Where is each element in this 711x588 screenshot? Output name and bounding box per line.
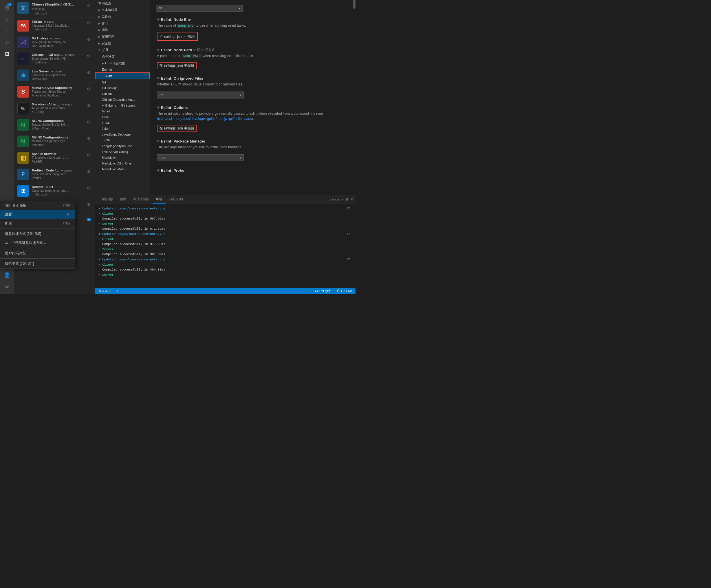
ctx-command-palette[interactable]: 2 命令面板… ⇧⌘P [0, 201, 75, 210]
options-link[interactable]: https://eslint.org/docs/developer-guide/… [157, 117, 252, 121]
tab-gitlens[interactable]: GITLENS [166, 196, 187, 203]
node-env-gear-icon[interactable]: ⚙ [157, 18, 160, 21]
ext-item-stylus[interactable]: S Manta's Stylus Supremacy Format your S… [14, 84, 95, 100]
term-split-icon[interactable]: ⊟ [346, 197, 348, 201]
tree-item-github-ent[interactable]: GitHub Enterprise Au… [95, 97, 150, 103]
status-sync[interactable]: ↕ [115, 289, 120, 293]
ext-item-open-browser[interactable]: ◧ open in browser This allows you to ope… [14, 150, 95, 166]
ctx-color-theme[interactable]: 颜色主题 [⌘K ⌘T] [0, 259, 75, 268]
tree-item-js-debugger[interactable]: JavaScript Debugger [95, 131, 150, 137]
ignored-select[interactable]: off warn error [157, 91, 244, 99]
tree-item-git[interactable]: Git [95, 79, 150, 85]
ctx-snippets[interactable]: 用户代码片段 [0, 249, 75, 258]
ext-gear-nginx2-icon[interactable]: ⚙ [86, 135, 91, 141]
tree-item-eslint[interactable]: ESLint [95, 72, 150, 79]
probe-gear-icon[interactable]: ⚙ [157, 169, 160, 172]
activity-debug[interactable]: ▷ [2, 37, 12, 47]
tab-problems[interactable]: 问题 2 [97, 195, 116, 204]
ignored-gear-icon[interactable]: ⚙ [157, 77, 160, 80]
ext-item-gitlens[interactable]: GL GitLens — Git sup… ⟳ 53ms Supercharge… [14, 51, 95, 67]
status-errors[interactable]: ✕ 0 ⚠ 2 [97, 289, 112, 293]
scroll-select[interactable]: on off [156, 5, 243, 12]
tree-item-html[interactable]: HTML [95, 120, 150, 126]
options-gear-icon[interactable]: ⚙ [157, 106, 160, 109]
ext-item-prettier[interactable]: P Prettier - Code f… ⟳ 129ms Code format… [14, 166, 95, 183]
term-node-label: ▷ node [329, 197, 339, 201]
ext-gear-git-history-icon[interactable]: ⚙ [86, 37, 91, 42]
tree-item-markdown-math[interactable]: Markdown Math [95, 166, 150, 172]
activity-explorer[interactable]: ⎘ 25 [2, 2, 12, 13]
ext-gear-gitlens-icon[interactable]: ⚙ [86, 53, 91, 59]
status-go-live[interactable]: ⚡ Go Live [335, 289, 353, 293]
ext-gear-icon[interactable]: ⚙ [86, 2, 91, 8]
tree-item-workbench[interactable]: ▶ 工作台 [95, 13, 150, 20]
tree-item-live-server-config[interactable]: Live Server Config [95, 149, 150, 155]
tree-item-gulp[interactable]: Gulp [95, 114, 150, 120]
ext-gear-open-browser-icon[interactable]: ⚙ [86, 152, 91, 158]
ext-gear-nginx-icon[interactable]: ⚙ [86, 119, 91, 125]
tree-item-merge[interactable]: 合并冲突 [95, 53, 150, 60]
tab-terminal[interactable]: 终端 [153, 195, 166, 204]
pkg-title: Eslint: Package Manager [161, 139, 205, 143]
tree-item-markdown-tree[interactable]: Markdown [95, 155, 150, 161]
ext-shortcut: ⇧⌘X [63, 222, 70, 225]
node-path-gear-icon[interactable]: ⚙ [157, 48, 160, 52]
ext-item-live-server[interactable]: ⊕ Live Server ⟳ 272ms Launch a developme… [14, 67, 95, 84]
term-line: ● Updated pages/course-contents.vue 17: [99, 232, 352, 237]
ext-gear-stylus-icon[interactable]: ⚙ [86, 86, 91, 92]
ctx-extensions[interactable]: 扩展 ⇧⌘X [0, 219, 75, 228]
ctx-keybindings[interactable]: 键盘快捷方式 [⌘K ⌘S] [0, 229, 75, 238]
tab-output[interactable]: 输出 [116, 195, 130, 204]
ext-gear-remote-ssh-icon[interactable]: ⚙ [86, 185, 91, 191]
activity-search[interactable]: ⌕ [2, 14, 12, 24]
cmd-shortcut: ⇧⌘P [63, 204, 70, 207]
ext-info-markdown: Markdown All in … ⟳ 50ms All you need to… [32, 103, 83, 113]
ctx-migrate-keybindings[interactable]: 从 - 中迁移键盘快捷方式… [0, 238, 75, 247]
ext-item-remote-ssh[interactable]: ⊞ Remote - SSH Open any folder on a remo… [14, 183, 95, 199]
tree-item-css[interactable]: ▶ CSS 语言功能 [95, 60, 150, 67]
tree-item-github[interactable]: GitHub [95, 91, 150, 97]
tree-item-language-stylus[interactable]: Language Stylus Con… [95, 143, 150, 149]
pkg-select[interactable]: npm yarn pnpm [157, 154, 244, 161]
ext-item-nginx[interactable]: N NGINX Configuration Syntax highlightin… [14, 117, 95, 133]
tree-item-text-editor[interactable]: ▶ 文本编辑器 [95, 7, 150, 13]
tree-item-grunt[interactable]: Grunt [95, 108, 150, 114]
status-csdn[interactable]: CSDN @务 [314, 289, 332, 293]
pkg-gear-icon[interactable]: ⚙ [157, 139, 160, 143]
node-path-edit-link[interactable]: 在 settings.json 中编辑 [157, 62, 197, 69]
activity-extensions[interactable]: ⊞ [2, 49, 12, 59]
ext-name-git-history: Git History ⟳ 24ms [32, 37, 83, 40]
tree-item-git-history[interactable]: Git History [95, 85, 150, 91]
ext-item-eslint[interactable]: ES ESLint ⟳ 24ms Integrates ESLint JavaS… [14, 18, 95, 34]
warning-icon: ⚠ [105, 289, 108, 293]
tree-item-gitlens[interactable]: ▶ GitLens — Git superc… [95, 103, 150, 108]
node-env-edit-link[interactable]: 在 settings.json 中编辑 [157, 34, 197, 40]
ext-item-git-history[interactable]: ⎇ Git History ⟳ 24ms View git log, file … [14, 34, 95, 51]
ext-gear-markdown-icon[interactable]: ⚙ [86, 103, 91, 108]
ext-gear-remote-ssh2-icon[interactable]: ⚙ [86, 202, 91, 207]
options-edit-link[interactable]: 在 settings.json 中编辑 [157, 125, 197, 132]
tree-item-window[interactable]: ▶ 窗口 [95, 20, 150, 27]
activity-scm[interactable]: ⑂ [2, 25, 12, 36]
ctx-settings[interactable]: 设置 ⌘, [0, 210, 75, 219]
term-add-icon[interactable]: + [342, 198, 343, 201]
tab-debug-console[interactable]: 调试控制台 [130, 195, 153, 204]
tree-item-markdown-all[interactable]: Markdown All in One [95, 161, 150, 166]
tree-item-jake[interactable]: Jake [95, 126, 150, 131]
tree-item-extensions[interactable]: ▼ 扩展 [95, 47, 150, 53]
tree-item-json[interactable]: JSON [95, 137, 150, 143]
ext-gear-prettier-icon[interactable]: ⚙ [86, 169, 91, 174]
activity-account[interactable]: 👤 [2, 270, 12, 280]
activity-settings[interactable]: ⚙ [2, 281, 12, 292]
ext-item-nginx2[interactable]: N NGINX Configuration La… NGINX Configur… [14, 133, 95, 150]
tree-item-app[interactable]: ▶ 应用程序 [95, 33, 150, 40]
ext-item-chinese[interactable]: 文 Chinese (Simplified) (简体… 中文(简体) ✓ Mic… [14, 0, 95, 18]
tree-item-common[interactable]: 常用设置 [95, 0, 150, 7]
ext-gear-eslint-icon[interactable]: ⚙ [86, 20, 91, 26]
ext-item-markdown[interactable]: M↓ Markdown All in … ⟳ 50ms All you need… [14, 100, 95, 117]
tree-item-features[interactable]: ▶ 功能 [95, 27, 150, 33]
term-kill-icon[interactable]: ✕ [350, 197, 353, 201]
tree-item-security[interactable]: ▶ 安全性 [95, 40, 150, 47]
tree-item-emmet[interactable]: Emmet [95, 67, 150, 72]
ext-gear-live-server-icon[interactable]: ⚙ [86, 69, 91, 75]
